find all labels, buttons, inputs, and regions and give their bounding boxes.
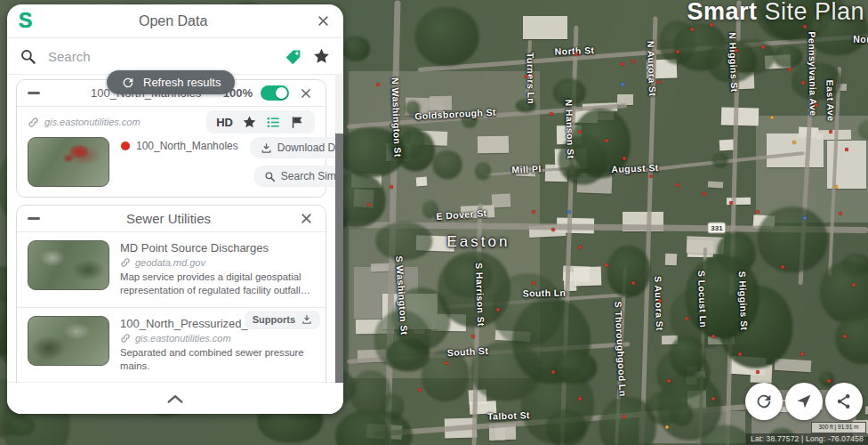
navigation-icon: [795, 392, 813, 410]
map-marker: [623, 157, 626, 160]
layer-actions: HD: [206, 110, 315, 134]
search-icon: [20, 48, 36, 65]
map-marker: [658, 299, 662, 303]
map-marker: [770, 116, 774, 119]
map-marker: [390, 185, 393, 189]
map-marker: [781, 265, 784, 269]
street-label: N Aurora St: [646, 41, 658, 97]
map-marker: [471, 335, 475, 338]
map-marker: [711, 335, 715, 338]
map-locate-button[interactable]: [785, 383, 823, 420]
map-marker: [376, 83, 380, 86]
result-item[interactable]: MD Point Source Discharges geodata.md.go…: [17, 232, 326, 307]
street-label: Nor: [853, 34, 868, 44]
link-icon: [28, 117, 39, 128]
section-title: Sewer Utilities: [48, 211, 289, 226]
supports-badge[interactable]: Supports: [245, 311, 320, 329]
route-shield: 331: [707, 222, 726, 234]
street-label: S Higgins St: [737, 271, 750, 330]
sewer-utilities-card: Sewer Utilities MD Point Source Discharg…: [16, 205, 326, 383]
map-marker: [621, 62, 624, 66]
street-label: S Locust Ln: [696, 271, 709, 328]
app-window: North StTurners LnGoldsborough StN Washi…: [0, 0, 868, 445]
map-marker: [578, 130, 582, 134]
map-marker: [665, 425, 669, 429]
flag-icon[interactable]: [290, 115, 305, 130]
search-similar-button[interactable]: Search Similar: [253, 166, 343, 187]
map-marker: [667, 379, 671, 383]
map-marker: [703, 192, 706, 196]
panel-collapse-bar[interactable]: [7, 383, 343, 414]
map-marker: [623, 415, 626, 418]
street-label: South Ln: [523, 287, 567, 299]
map-marker: [567, 210, 571, 214]
street-label: Mill Pl: [511, 163, 542, 174]
search-icon: [264, 171, 276, 182]
map-marker: [690, 28, 694, 31]
layer-name-row: 100_North_Manholes: [121, 137, 238, 187]
street-label: S Washington St: [394, 255, 410, 336]
result-item[interactable]: Supports 100_North_Pressurized_Mains gis: [17, 307, 326, 383]
map-share-button[interactable]: [825, 383, 863, 420]
star-icon[interactable]: [242, 115, 257, 130]
map-marker: [756, 370, 760, 374]
search-similar-label: Search Similar: [281, 170, 343, 182]
results-scroll-area: 100_North_Manholes 100% gis.eastonutilit…: [7, 74, 343, 383]
download-data-button[interactable]: Download Data: [250, 137, 343, 158]
layer-source: gis.eastonutilities.com: [44, 117, 141, 127]
street-label: August St: [611, 162, 659, 174]
map-marker: [761, 45, 765, 49]
map-marker: [801, 81, 805, 85]
close-section-button[interactable]: [297, 210, 315, 228]
panel-close-button[interactable]: [314, 12, 332, 30]
open-data-panel: S Open Data: [7, 4, 343, 414]
download-icon: [261, 142, 272, 154]
map-marker: [756, 210, 760, 214]
remove-layer-button[interactable]: [297, 85, 315, 102]
collapse-icon[interactable]: [28, 217, 40, 220]
street-label: N Hanson St: [564, 99, 576, 158]
collapse-icon[interactable]: [28, 92, 40, 94]
map-marker: [792, 141, 796, 144]
result-thumbnail[interactable]: [28, 316, 109, 366]
favorite-star-icon[interactable]: [312, 47, 331, 66]
search-input[interactable]: [46, 48, 274, 65]
map-marker: [711, 397, 715, 400]
result-thumbnail[interactable]: [28, 240, 109, 290]
share-icon: [835, 392, 853, 410]
result-description: Separated and combined sewer pressure ma…: [120, 346, 315, 373]
refresh-icon: [754, 392, 774, 411]
layer-visibility-toggle[interactable]: [261, 85, 289, 101]
layer-name: 100_North_Manholes: [136, 140, 238, 152]
tag-icon[interactable]: [284, 47, 302, 66]
list-icon[interactable]: [266, 115, 281, 130]
map-marker: [676, 50, 679, 53]
street-label: East Ave: [824, 79, 837, 121]
close-icon: [300, 87, 312, 100]
street-label: S Thoroughgood Ln: [613, 301, 629, 397]
map-marker: [803, 216, 807, 220]
map-marker: [735, 49, 738, 53]
brand-logo: Smart Site Plan: [687, 0, 864, 26]
layer-thumbnail[interactable]: [28, 137, 109, 187]
map-marker: [578, 397, 582, 400]
layer-detail-row: 100_North_Manholes Download Data: [17, 137, 326, 197]
brand-light: Site Plan: [757, 0, 864, 25]
result-body: MD Point Source Discharges geodata.md.go…: [120, 240, 315, 297]
map-marker: [843, 335, 847, 338]
result-source: gis.eastonutilities.com: [135, 333, 231, 344]
hd-badge[interactable]: HD: [216, 116, 233, 129]
scrollbar-thumb[interactable]: [335, 134, 343, 383]
street-label: Turners Ln: [525, 53, 536, 104]
map-marker: [657, 80, 661, 84]
map-marker: [685, 317, 688, 320]
map-marker: [834, 185, 838, 189]
result-source-row: geodata.md.gov: [120, 257, 315, 268]
street-label: S Harrison St: [474, 263, 486, 327]
street-label: South St: [447, 345, 489, 358]
map-marker: [839, 212, 842, 215]
map-refresh-button[interactable]: [745, 383, 783, 420]
map-marker: [532, 281, 535, 285]
refresh-results-tooltip: Refresh results: [107, 70, 235, 94]
map-marker: [852, 283, 856, 287]
